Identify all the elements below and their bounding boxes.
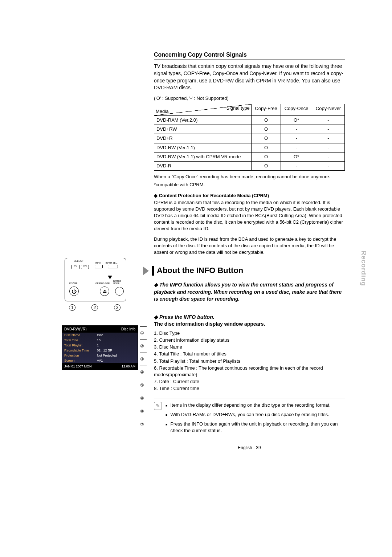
disc-row-key: Total Title bbox=[64, 338, 97, 342]
page-footer: English - 39 bbox=[154, 445, 345, 451]
diag-media: Media bbox=[156, 108, 168, 115]
step-subtext: The disc information display window appe… bbox=[154, 321, 265, 327]
note-icon: ✎ bbox=[154, 402, 162, 410]
cprm-heading: Content Protection for Recordable Media … bbox=[154, 192, 345, 199]
support-legend: ('O' : Supported, '-' : Not Supported) bbox=[154, 95, 345, 102]
table-cell: - bbox=[312, 152, 345, 161]
remote-callouts: 1 2 3 bbox=[69, 304, 144, 311]
callout: ⑤ bbox=[140, 375, 148, 389]
input-sel-button bbox=[108, 265, 118, 268]
disc-info-footer-time: 12:00 AM bbox=[122, 365, 135, 368]
disc-row-key: Disc Name bbox=[64, 333, 97, 337]
disc-row-val: Disc bbox=[97, 333, 103, 337]
label-open-close: OPEN/CLOSE bbox=[95, 282, 110, 284]
heading-copy-control: Concerning Copy Control Signals bbox=[154, 51, 345, 60]
callout: ⑥ bbox=[140, 389, 148, 402]
table-cell: O bbox=[251, 161, 281, 170]
disc-info-callouts: ① ② ③ ④ ⑤ ⑥ ⑧ ⑦ bbox=[140, 323, 148, 428]
power-button: ⏻ bbox=[69, 286, 79, 296]
table-media: DVD-R bbox=[154, 161, 252, 170]
label-input-sel: INPUT SEL. bbox=[106, 262, 118, 264]
remote-callout-3: 3 bbox=[114, 304, 121, 311]
table-media: DVD+RW bbox=[154, 125, 252, 134]
side-tab-recording: Recording bbox=[360, 251, 367, 286]
table-cell: - bbox=[281, 143, 312, 152]
footnote-copy-once: When a "Copy Once" recording has been ma… bbox=[154, 174, 345, 180]
table-cell: - bbox=[312, 161, 345, 170]
table-cell: - bbox=[312, 115, 345, 125]
disc-row-key: Screen bbox=[64, 359, 97, 362]
copy-control-table: Signal type Media Copy-Free Copy-Once Co… bbox=[154, 104, 345, 171]
list-item: 1. Disc Type bbox=[154, 330, 345, 337]
ez-rec-mode-button bbox=[115, 287, 124, 296]
disc-info-header-left: DVD-RW(VR) bbox=[64, 327, 86, 331]
label-info: INFO bbox=[95, 262, 101, 264]
info-lead: The INFO function allows you to view the… bbox=[154, 281, 345, 303]
table-cell: O* bbox=[281, 152, 312, 161]
table-cell: - bbox=[312, 125, 345, 134]
list-item: 3. Disc Name bbox=[154, 344, 345, 350]
col-header: Copy-Free bbox=[251, 104, 281, 115]
table-cell: O bbox=[251, 115, 281, 125]
remote-callout-1: 1 bbox=[69, 304, 75, 311]
callout: ③ bbox=[140, 349, 148, 362]
note-item: With DVD-RAMs or DVD±RWs, you can free u… bbox=[170, 411, 329, 418]
info-button bbox=[95, 265, 103, 268]
list-item: 2. Current information display status bbox=[154, 337, 345, 343]
disc-row-key: Total Playlist bbox=[64, 343, 97, 347]
table-media: DVD-RW (Ver.1.1) with CPRM VR mode bbox=[154, 152, 252, 161]
col-header: Copy-Never bbox=[312, 104, 345, 115]
list-item: 7. Date : Current date bbox=[154, 378, 345, 385]
label-power: POWER bbox=[69, 282, 78, 284]
table-media: DVD-RAM (Ver.2.0) bbox=[154, 115, 252, 125]
cprm-p2: During playback, the ID is read from the… bbox=[154, 236, 345, 256]
disc-row-key: Protection bbox=[64, 354, 97, 357]
info-items-list: 1. Disc Type 2. Current information disp… bbox=[154, 330, 345, 392]
table-cell: O bbox=[251, 125, 281, 134]
diag-signal-type: Signal type bbox=[226, 105, 250, 111]
open-close-button: ⏏ bbox=[100, 286, 109, 296]
callout: ④ bbox=[140, 362, 148, 375]
table-cell: - bbox=[281, 161, 312, 170]
copy-control-body: TV broadcasts that contain copy control … bbox=[154, 63, 345, 91]
disc-row-val: 15 bbox=[97, 338, 101, 342]
callout: ② bbox=[140, 336, 148, 349]
disc-row-val: 1 bbox=[97, 343, 99, 347]
table-cell: - bbox=[281, 125, 312, 134]
step-press-info: Press the INFO button. bbox=[154, 314, 215, 320]
disc-info-header-right: Disc Info bbox=[121, 327, 135, 331]
callout: ① bbox=[140, 323, 148, 336]
callout: ⑦ bbox=[140, 415, 148, 428]
list-item: 4. Total Title : Total number of titles bbox=[154, 351, 345, 357]
cprm-p1: CPRM is a mechanism that ties a recordin… bbox=[154, 199, 345, 232]
label-ez-rec: EZ REC MODE bbox=[113, 280, 124, 284]
dvd-button: DVD bbox=[81, 265, 89, 269]
footnote-cprm: *compatible with CPRM. bbox=[154, 182, 345, 188]
table-cell: - bbox=[281, 134, 312, 143]
disc-row-val: AV1 bbox=[97, 359, 103, 362]
heading-about-info: About the INFO Button bbox=[157, 265, 243, 276]
disc-info-panel: DVD-RW(VR) Disc Info Disc NameDisc Total… bbox=[62, 325, 138, 370]
table-cell: O bbox=[251, 152, 281, 161]
disc-row-val: 02 : 12 SP bbox=[97, 349, 112, 352]
note-item: Press the INFO button again with the uni… bbox=[170, 421, 345, 434]
table-cell: O bbox=[251, 134, 281, 143]
table-diag-cell: Signal type Media bbox=[154, 104, 252, 115]
col-header: Copy-Once bbox=[281, 104, 312, 115]
callout: ⑧ bbox=[140, 402, 148, 415]
label-select: SELECT bbox=[74, 260, 83, 262]
table-cell: O bbox=[251, 143, 281, 152]
table-cell: - bbox=[312, 134, 345, 143]
disc-info-footer-date: JAN 01 2007 MON bbox=[64, 365, 92, 368]
disc-row-key: Recordable Time bbox=[64, 349, 97, 352]
table-cell: O* bbox=[281, 115, 312, 125]
table-media: DVD+R bbox=[154, 134, 252, 143]
disc-row-val: Not Protected bbox=[97, 354, 117, 357]
arrow-down-icon bbox=[108, 276, 112, 279]
section-bar-icon bbox=[152, 266, 154, 276]
list-item: 8. Time : Current time bbox=[154, 385, 345, 392]
remote-illustration: SELECT TV DVD INFO INPUT SEL. POWER ⏻ OP… bbox=[65, 258, 126, 301]
list-item: 6. Recordable Time : The longest continu… bbox=[154, 365, 345, 378]
notes-list: Items in the display differ depending on… bbox=[166, 402, 345, 437]
list-item: 5. Total Playlist : Total number of Play… bbox=[154, 358, 345, 365]
